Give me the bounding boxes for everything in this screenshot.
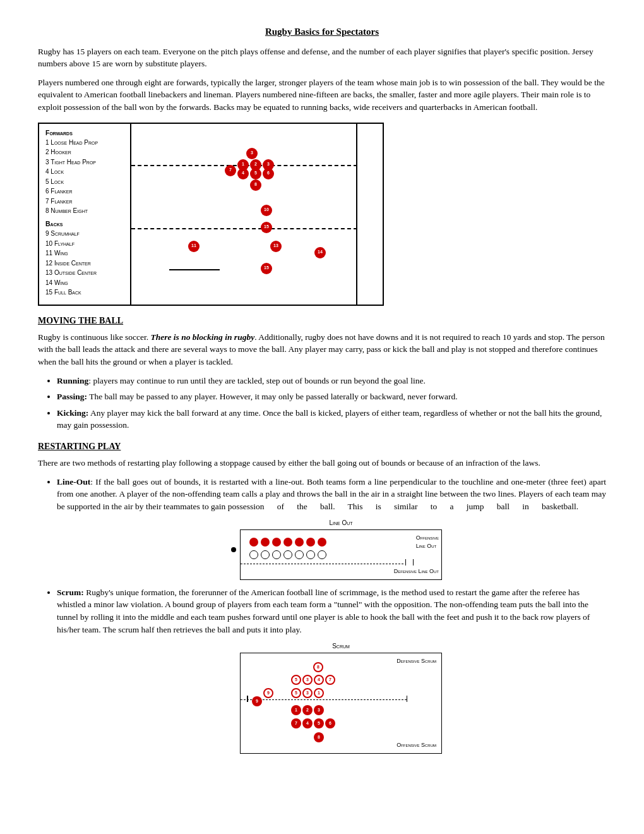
bullet-kicking: Kicking: Any player may kick the ball fo… xyxy=(57,407,606,432)
sc-off-9: 9 xyxy=(252,696,262,706)
lineout-diagram-section: Line Out OffensiveLine Out Defensive Lin… xyxy=(76,519,606,580)
pos-3: 3 Tight Head Prop xyxy=(45,157,124,167)
pos-1: 1 Loose Head Prop xyxy=(45,138,124,148)
pos-10: 10 Flyhalf xyxy=(45,239,124,249)
scrum-item: Scrum: Rugby's unique formation, the for… xyxy=(57,586,606,754)
pos-5: 5 Lock xyxy=(45,177,124,187)
scrum-diagram-label: Scrum xyxy=(76,642,606,651)
sc-off-5: 5 xyxy=(314,718,324,728)
lo-def-2 xyxy=(261,550,270,559)
sc-def-p4: 4 xyxy=(314,675,324,685)
positions-diagram: Forwards 1 Loose Head Prop 2 Hooker 3 Ti… xyxy=(38,123,606,306)
lineout-item: Line-Out: If the ball goes out of bounds… xyxy=(57,476,606,580)
bullet-running: Running: players may continue to run unt… xyxy=(57,375,606,387)
pos-7: 7 Flanker xyxy=(45,196,124,207)
sc-def-p7: 7 xyxy=(325,675,335,685)
sc-tick-right xyxy=(407,696,408,702)
lineout-diagram-label: Line Out xyxy=(76,519,606,528)
sc-off-7: 7 xyxy=(291,718,301,728)
scrum-diagram: Defensive Scrum Offensive Scrum 8 5 3 4 … xyxy=(240,653,442,754)
sc-def-9: 9 xyxy=(263,688,273,698)
page-title: Rugby Basics for Spectators xyxy=(38,25,606,39)
lo-def-4 xyxy=(283,550,292,559)
bullet-passing: Passing: The ball may be passed to any p… xyxy=(57,390,606,403)
scrum-center-line xyxy=(241,699,407,700)
sc-off-6: 6 xyxy=(325,718,335,728)
lo-def-5 xyxy=(295,550,304,559)
sc-off-1: 1 xyxy=(291,705,301,715)
pos-14: 14 Wing xyxy=(45,278,124,288)
sc-off-8: 8 xyxy=(314,732,324,742)
lo-off-1 xyxy=(249,538,258,547)
moving-ball-title: MOVING THE BALL xyxy=(38,315,606,327)
lo-off-2 xyxy=(261,538,270,547)
lo-off-5 xyxy=(295,538,304,547)
restarting-para: There are two methods of restarting play… xyxy=(38,457,606,469)
intro-para-2: Players numbered one through eight are f… xyxy=(38,76,606,114)
lo-dashed-line xyxy=(241,564,403,564)
scrum-def-label: Defensive Scrum xyxy=(397,657,436,665)
field-diagram: 3 7 1 2 3 4 5 6 8 10 15 11 13 14 15 xyxy=(131,123,384,306)
lineout-defensive-label: Defensive Line Out xyxy=(394,567,439,576)
lo-def-6 xyxy=(306,550,315,559)
pos-15: 15 Full Back xyxy=(45,287,124,298)
pos-8: 8 Number Eight xyxy=(45,206,124,216)
lo-def-1 xyxy=(249,550,258,559)
pos-2: 2 Hooker xyxy=(45,147,124,157)
moving-ball-para: Rugby is continuous like soccer. There i… xyxy=(38,331,606,368)
lo-off-3 xyxy=(272,538,281,547)
sc-def-p8: 8 xyxy=(313,662,323,672)
backs-label: Backs xyxy=(45,219,124,229)
sc-off-4: 4 xyxy=(302,718,313,728)
lo-off-6 xyxy=(306,538,315,547)
lo-off-4 xyxy=(283,538,292,547)
sc-tick-left xyxy=(247,696,248,702)
sc-off-2: 2 xyxy=(302,705,313,715)
intro-para-1: Rugby has 15 players on each team. Every… xyxy=(38,45,606,70)
restarting-title: RESTARTING PLAY xyxy=(38,440,606,453)
pos-12: 12 Inside Center xyxy=(45,258,124,269)
pos-13: 13 Outside Center xyxy=(45,268,124,278)
pos-4: 4 Lock xyxy=(45,167,124,177)
pos-11: 11 Wing xyxy=(45,248,124,258)
sc-def-p5: 5 xyxy=(291,675,301,685)
lo-def-3 xyxy=(272,550,281,559)
restarting-list: Line-Out: If the ball goes out of bounds… xyxy=(57,476,606,754)
pos-9: 9 Scrumhalf xyxy=(45,229,124,239)
positions-list: Forwards 1 Loose Head Prop 2 Hooker 3 Ti… xyxy=(38,123,131,306)
lo-def-7 xyxy=(318,550,326,559)
scrum-off-label: Offensive Scrum xyxy=(397,741,436,749)
sc-off-3: 3 xyxy=(314,705,324,715)
sc-def-p5b: 5 xyxy=(291,688,301,698)
lo-off-7 xyxy=(318,538,326,547)
moving-ball-list: Running: players may continue to run unt… xyxy=(57,375,606,432)
forwards-label: Forwards xyxy=(45,128,124,138)
sc-def-p3: 3 xyxy=(302,675,313,685)
lineout-diagram: OffensiveLine Out Defensive Line Out xyxy=(240,529,442,580)
lineout-thrower-dot xyxy=(231,547,236,552)
scrum-diagram-section: Scrum Defensive Scrum Offensive Scrum 8 … xyxy=(76,642,606,754)
lineout-offensive-label: OffensiveLine Out xyxy=(416,534,439,550)
sc-def-p1: 1 xyxy=(314,688,324,698)
sc-def-p3b: 3 xyxy=(302,688,313,698)
pos-6: 6 Flanker xyxy=(45,186,124,196)
